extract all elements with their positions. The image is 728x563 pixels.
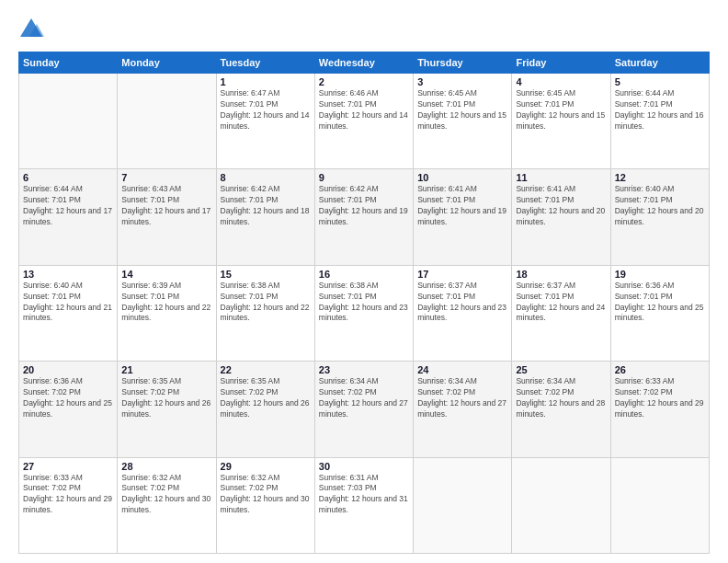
table-row: 27Sunrise: 6:33 AMSunset: 7:02 PMDayligh… <box>19 457 118 553</box>
day-info: Sunrise: 6:42 AMSunset: 7:01 PMDaylight:… <box>221 184 311 228</box>
day-number: 24 <box>417 364 507 375</box>
day-info: Sunrise: 6:44 AMSunset: 7:01 PMDaylight:… <box>615 88 705 132</box>
day-number: 6 <box>23 172 113 183</box>
table-row <box>19 74 118 169</box>
table-row: 23Sunrise: 6:34 AMSunset: 7:02 PMDayligh… <box>314 362 413 457</box>
day-number: 7 <box>121 172 211 183</box>
day-info: Sunrise: 6:41 AMSunset: 7:01 PMDaylight:… <box>417 184 507 228</box>
table-row: 21Sunrise: 6:35 AMSunset: 7:02 PMDayligh… <box>118 362 216 457</box>
day-info: Sunrise: 6:34 AMSunset: 7:02 PMDaylight:… <box>319 376 409 420</box>
day-info: Sunrise: 6:38 AMSunset: 7:01 PMDaylight:… <box>221 281 311 325</box>
col-friday: Friday <box>512 52 610 74</box>
day-number: 20 <box>23 364 113 375</box>
day-info: Sunrise: 6:33 AMSunset: 7:02 PMDaylight:… <box>615 376 705 420</box>
table-row: 20Sunrise: 6:36 AMSunset: 7:02 PMDayligh… <box>19 362 118 457</box>
table-row: 19Sunrise: 6:36 AMSunset: 7:01 PMDayligh… <box>610 265 709 361</box>
day-info: Sunrise: 6:36 AMSunset: 7:01 PMDaylight:… <box>615 281 705 325</box>
table-row: 6Sunrise: 6:44 AMSunset: 7:01 PMDaylight… <box>19 169 118 265</box>
day-number: 29 <box>221 461 311 472</box>
day-info: Sunrise: 6:34 AMSunset: 7:02 PMDaylight:… <box>417 376 507 420</box>
calendar-row: 13Sunrise: 6:40 AMSunset: 7:01 PMDayligh… <box>19 265 710 361</box>
table-row: 2Sunrise: 6:46 AMSunset: 7:01 PMDaylight… <box>314 74 413 169</box>
day-number: 2 <box>319 76 409 87</box>
day-number: 12 <box>615 172 705 183</box>
table-row: 10Sunrise: 6:41 AMSunset: 7:01 PMDayligh… <box>414 169 512 265</box>
calendar-body: 1Sunrise: 6:47 AMSunset: 7:01 PMDaylight… <box>19 74 710 554</box>
col-wednesday: Wednesday <box>314 52 413 74</box>
table-row: 16Sunrise: 6:38 AMSunset: 7:01 PMDayligh… <box>314 265 413 361</box>
calendar-row: 6Sunrise: 6:44 AMSunset: 7:01 PMDaylight… <box>19 169 710 265</box>
day-info: Sunrise: 6:41 AMSunset: 7:01 PMDaylight:… <box>516 184 606 228</box>
day-number: 27 <box>23 461 113 472</box>
day-number: 8 <box>221 172 311 183</box>
table-row: 24Sunrise: 6:34 AMSunset: 7:02 PMDayligh… <box>414 362 512 457</box>
day-number: 16 <box>319 269 409 280</box>
day-info: Sunrise: 6:43 AMSunset: 7:01 PMDaylight:… <box>121 184 211 228</box>
logo <box>18 17 47 42</box>
day-info: Sunrise: 6:34 AMSunset: 7:02 PMDaylight:… <box>516 376 606 420</box>
header <box>18 17 710 42</box>
day-info: Sunrise: 6:32 AMSunset: 7:02 PMDaylight:… <box>121 473 211 517</box>
day-info: Sunrise: 6:46 AMSunset: 7:01 PMDaylight:… <box>319 88 409 132</box>
day-number: 10 <box>417 172 507 183</box>
table-row: 15Sunrise: 6:38 AMSunset: 7:01 PMDayligh… <box>216 265 314 361</box>
day-number: 11 <box>516 172 606 183</box>
day-info: Sunrise: 6:42 AMSunset: 7:01 PMDaylight:… <box>319 184 409 228</box>
table-row: 4Sunrise: 6:45 AMSunset: 7:01 PMDaylight… <box>512 74 610 169</box>
table-row: 26Sunrise: 6:33 AMSunset: 7:02 PMDayligh… <box>610 362 709 457</box>
table-row: 29Sunrise: 6:32 AMSunset: 7:02 PMDayligh… <box>216 457 314 553</box>
day-number: 1 <box>221 76 311 87</box>
col-sunday: Sunday <box>19 52 118 74</box>
day-number: 9 <box>319 172 409 183</box>
table-row <box>610 457 709 553</box>
day-info: Sunrise: 6:31 AMSunset: 7:03 PMDaylight:… <box>319 473 409 517</box>
day-number: 15 <box>221 269 311 280</box>
day-number: 4 <box>516 76 606 87</box>
day-info: Sunrise: 6:39 AMSunset: 7:01 PMDaylight:… <box>121 281 211 325</box>
day-info: Sunrise: 6:32 AMSunset: 7:02 PMDaylight:… <box>221 473 311 517</box>
calendar-row: 1Sunrise: 6:47 AMSunset: 7:01 PMDaylight… <box>19 74 710 169</box>
table-row: 13Sunrise: 6:40 AMSunset: 7:01 PMDayligh… <box>19 265 118 361</box>
table-row <box>512 457 610 553</box>
calendar-row: 27Sunrise: 6:33 AMSunset: 7:02 PMDayligh… <box>19 457 710 553</box>
day-number: 3 <box>417 76 507 87</box>
table-row: 5Sunrise: 6:44 AMSunset: 7:01 PMDaylight… <box>610 74 709 169</box>
table-row: 25Sunrise: 6:34 AMSunset: 7:02 PMDayligh… <box>512 362 610 457</box>
col-thursday: Thursday <box>414 52 512 74</box>
calendar-header: Sunday Monday Tuesday Wednesday Thursday… <box>19 52 710 74</box>
day-number: 13 <box>23 269 113 280</box>
day-info: Sunrise: 6:36 AMSunset: 7:02 PMDaylight:… <box>23 376 113 420</box>
day-number: 25 <box>516 364 606 375</box>
table-row: 30Sunrise: 6:31 AMSunset: 7:03 PMDayligh… <box>314 457 413 553</box>
day-number: 23 <box>319 364 409 375</box>
day-info: Sunrise: 6:40 AMSunset: 7:01 PMDaylight:… <box>23 281 113 325</box>
day-number: 30 <box>319 461 409 472</box>
header-row: Sunday Monday Tuesday Wednesday Thursday… <box>19 52 710 74</box>
col-tuesday: Tuesday <box>216 52 314 74</box>
day-info: Sunrise: 6:35 AMSunset: 7:02 PMDaylight:… <box>121 376 211 420</box>
table-row: 11Sunrise: 6:41 AMSunset: 7:01 PMDayligh… <box>512 169 610 265</box>
table-row: 3Sunrise: 6:45 AMSunset: 7:01 PMDaylight… <box>414 74 512 169</box>
table-row <box>414 457 512 553</box>
table-row <box>118 74 216 169</box>
calendar-table: Sunday Monday Tuesday Wednesday Thursday… <box>18 52 710 554</box>
day-number: 28 <box>121 461 211 472</box>
day-info: Sunrise: 6:40 AMSunset: 7:01 PMDaylight:… <box>615 184 705 228</box>
table-row: 22Sunrise: 6:35 AMSunset: 7:02 PMDayligh… <box>216 362 314 457</box>
day-info: Sunrise: 6:37 AMSunset: 7:01 PMDaylight:… <box>516 281 606 325</box>
table-row: 8Sunrise: 6:42 AMSunset: 7:01 PMDaylight… <box>216 169 314 265</box>
day-info: Sunrise: 6:45 AMSunset: 7:01 PMDaylight:… <box>417 88 507 132</box>
day-number: 19 <box>615 269 705 280</box>
day-info: Sunrise: 6:45 AMSunset: 7:01 PMDaylight:… <box>516 88 606 132</box>
day-number: 21 <box>121 364 211 375</box>
day-number: 17 <box>417 269 507 280</box>
col-saturday: Saturday <box>610 52 709 74</box>
table-row: 14Sunrise: 6:39 AMSunset: 7:01 PMDayligh… <box>118 265 216 361</box>
day-info: Sunrise: 6:33 AMSunset: 7:02 PMDaylight:… <box>23 473 113 517</box>
day-info: Sunrise: 6:37 AMSunset: 7:01 PMDaylight:… <box>417 281 507 325</box>
table-row: 28Sunrise: 6:32 AMSunset: 7:02 PMDayligh… <box>118 457 216 553</box>
day-number: 26 <box>615 364 705 375</box>
table-row: 17Sunrise: 6:37 AMSunset: 7:01 PMDayligh… <box>414 265 512 361</box>
day-number: 22 <box>221 364 311 375</box>
day-number: 18 <box>516 269 606 280</box>
